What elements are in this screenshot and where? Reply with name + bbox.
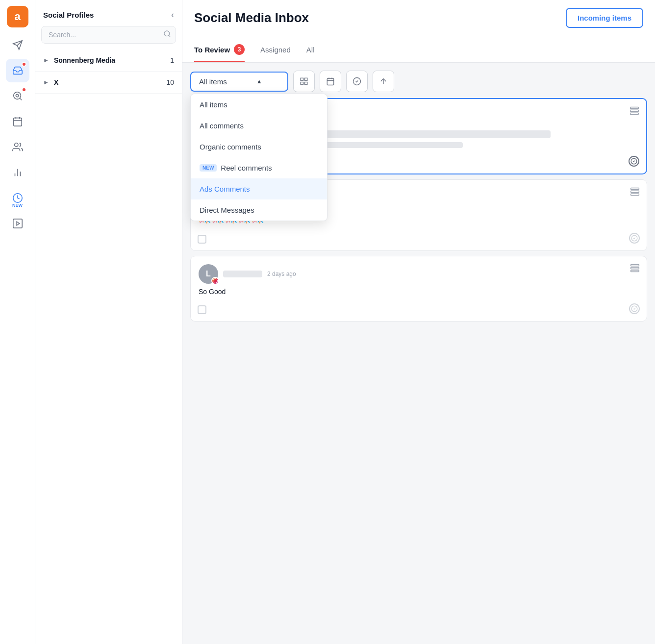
svg-rect-38	[631, 270, 639, 272]
dropdown-item-organic-comments[interactable]: Organic comments	[191, 136, 327, 157]
svg-rect-33	[631, 191, 639, 192]
nav-item-content[interactable]	[6, 212, 29, 235]
content-area: All items ▲ All items All comments Organ…	[182, 63, 655, 644]
profile-count: 10	[166, 78, 174, 86]
dropdown-item-label: All comments	[200, 122, 244, 130]
card-checkbox[interactable]	[198, 305, 206, 314]
svg-rect-30	[630, 113, 639, 114]
profile-count: 1	[170, 56, 174, 64]
sort-button[interactable]	[373, 71, 394, 92]
dropdown-item-all-comments[interactable]: All comments	[191, 115, 327, 136]
incoming-items-button[interactable]: Incoming items	[566, 8, 643, 28]
sidebar: Social Profiles ‹ ► Sonnenberg Media 1 ►…	[35, 0, 182, 644]
sidebar-item-x[interactable]: ► X 10	[35, 72, 182, 94]
tab-to-review[interactable]: To Review 3	[194, 36, 245, 62]
nav-item-team[interactable]	[6, 135, 29, 159]
dropdown-item-label: Ads Comments	[200, 185, 250, 193]
sidebar-item-sonnenberg[interactable]: ► Sonnenberg Media 1	[35, 50, 182, 72]
blurred-name	[223, 271, 262, 277]
filter-dropdown: All items ▲ All items All comments Organ…	[190, 72, 288, 92]
calendar-filter-button[interactable]	[320, 71, 341, 92]
nav-item-dashboard[interactable]: NEW	[6, 186, 29, 210]
svg-point-16	[164, 31, 170, 36]
svg-rect-14	[13, 219, 22, 228]
tab-label: Assigned	[260, 46, 291, 54]
filter-dropdown-button[interactable]: All items ▲	[190, 72, 288, 92]
tab-badge: 3	[234, 44, 245, 55]
card-done-button[interactable]	[629, 303, 640, 314]
dropdown-item-reel-comments[interactable]: NEW Reel comments	[191, 157, 327, 178]
nav-item-analytics[interactable]	[6, 161, 29, 184]
dropdown-item-direct-messages[interactable]: Direct Messages	[191, 199, 327, 221]
card-header: L 2 days ago	[199, 264, 639, 284]
svg-point-3	[16, 94, 18, 97]
main-content: Social Media Inbox Incoming items To Rev…	[182, 0, 655, 644]
svg-marker-15	[17, 222, 20, 225]
timestamp: 2 days ago	[267, 271, 296, 277]
main-header: Social Media Inbox Incoming items	[182, 0, 655, 36]
left-navigation: a NEW	[0, 0, 35, 644]
dropdown-menu: All items All comments Organic comments …	[190, 94, 328, 221]
filter-view-button[interactable]	[293, 71, 315, 92]
chevron-up-icon: ▲	[256, 78, 262, 85]
new-badge: NEW	[200, 164, 217, 172]
svg-rect-18	[301, 78, 303, 80]
svg-rect-22	[327, 78, 334, 85]
card-done-button[interactable]	[629, 233, 640, 244]
dropdown-item-all-items[interactable]: All items	[191, 94, 327, 115]
chevron-right-icon: ►	[43, 57, 49, 64]
card-menu-icon[interactable]	[630, 106, 639, 118]
card-menu-icon[interactable]	[630, 263, 640, 275]
dropdown-item-label: All items	[200, 100, 227, 109]
nav-item-listen[interactable]	[6, 84, 29, 108]
svg-rect-34	[631, 194, 639, 195]
svg-rect-32	[631, 188, 639, 190]
dropdown-item-label: Organic comments	[200, 143, 261, 151]
svg-line-4	[20, 98, 22, 100]
filter-row: All items ▲ All items All comments Organ…	[190, 71, 647, 92]
app-logo[interactable]: a	[7, 6, 28, 27]
nav-item-calendar[interactable]	[6, 110, 29, 133]
svg-rect-21	[301, 82, 303, 85]
page-title: Social Media Inbox	[194, 10, 309, 25]
svg-point-2	[13, 92, 21, 99]
feed-card: L 2 days ago So Good	[190, 256, 647, 322]
dropdown-item-label: Direct Messages	[200, 206, 254, 214]
svg-point-9	[14, 143, 18, 147]
search-input[interactable]	[41, 26, 176, 44]
chevron-right-icon: ►	[43, 79, 49, 86]
dropdown-item-label: Reel comments	[221, 164, 272, 172]
card-menu-icon[interactable]	[630, 187, 640, 199]
svg-rect-20	[305, 82, 307, 85]
nav-item-inbox[interactable]	[6, 59, 29, 82]
avatar: L	[199, 264, 218, 284]
card-checkbox[interactable]	[198, 235, 206, 244]
svg-line-17	[169, 35, 170, 37]
svg-rect-29	[630, 110, 639, 111]
card-text: So Good	[199, 288, 639, 296]
sidebar-title: Social Profiles	[43, 11, 94, 19]
svg-rect-5	[13, 118, 22, 126]
search-icon	[163, 30, 171, 40]
svg-rect-19	[305, 78, 307, 80]
instagram-badge	[211, 277, 219, 285]
profile-name: X	[54, 78, 167, 86]
card-done-button[interactable]	[629, 156, 639, 167]
tab-label: To Review	[194, 46, 230, 54]
svg-rect-36	[631, 265, 639, 266]
tabs-row: To Review 3 Assigned All	[182, 36, 655, 63]
check-filter-button[interactable]	[346, 71, 368, 92]
tab-assigned[interactable]: Assigned	[260, 38, 291, 61]
profile-name: Sonnenberg Media	[54, 56, 170, 64]
filter-selected-label: All items	[199, 77, 227, 86]
svg-rect-37	[631, 267, 639, 269]
collapse-sidebar-button[interactable]: ‹	[171, 10, 174, 20]
new-label: NEW	[12, 203, 23, 208]
sidebar-search-container	[41, 26, 176, 44]
nav-item-send[interactable]	[6, 33, 29, 57]
tab-label: All	[306, 46, 315, 54]
sidebar-header: Social Profiles ‹	[35, 0, 182, 26]
svg-rect-28	[630, 107, 639, 109]
tab-all[interactable]: All	[306, 38, 315, 61]
dropdown-item-ads-comments[interactable]: Ads Comments	[191, 178, 327, 199]
